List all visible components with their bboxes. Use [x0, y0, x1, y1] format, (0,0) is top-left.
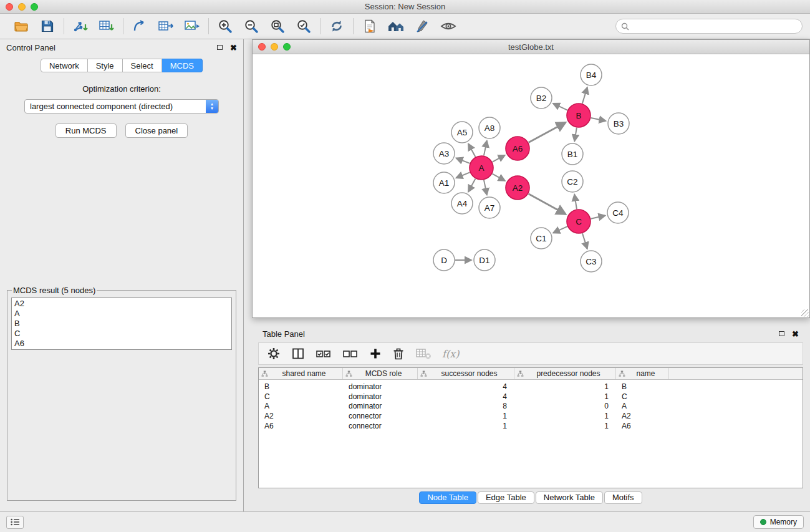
show-hide-icon[interactable]: [440, 17, 457, 35]
node-A7[interactable]: A7: [479, 197, 500, 218]
export-table-icon[interactable]: [157, 17, 175, 35]
node-B[interactable]: B: [567, 104, 591, 127]
node-B1[interactable]: B1: [562, 143, 583, 165]
table-row[interactable]: Adominator80A: [259, 402, 803, 412]
tab-network[interactable]: Network: [41, 59, 88, 72]
node-D1[interactable]: D1: [474, 249, 495, 271]
node-B3[interactable]: B3: [608, 113, 629, 134]
edge-C-C3[interactable]: [582, 233, 587, 249]
cell-name[interactable]: A2: [616, 412, 669, 420]
zoom-in-icon[interactable]: [216, 17, 234, 35]
edge-A-A4[interactable]: [468, 179, 475, 192]
table-row[interactable]: A6connector11A6: [259, 421, 803, 431]
result-item[interactable]: A6: [14, 339, 229, 349]
resize-grip[interactable]: [801, 309, 809, 317]
close-table-panel-icon[interactable]: ✖: [792, 330, 799, 338]
show-columns-icon[interactable]: [291, 347, 305, 360]
cell-mcds-role[interactable]: dominator: [343, 382, 418, 391]
cell-shared-name[interactable]: C: [259, 392, 343, 401]
edge-A6-B[interactable]: [529, 122, 566, 142]
cell-successor-nodes[interactable]: 4: [418, 382, 514, 391]
tab-node-table[interactable]: Node Table: [419, 491, 476, 504]
table-row[interactable]: Bdominator41B: [259, 382, 803, 392]
tab-network-table[interactable]: Network Table: [536, 491, 603, 504]
edge-B-B2[interactable]: [553, 104, 567, 110]
edge-B-B4[interactable]: [582, 87, 587, 104]
column-header-shared-name[interactable]: shared name: [259, 368, 343, 379]
result-item[interactable]: A2: [14, 299, 229, 309]
node-C2[interactable]: C2: [562, 171, 583, 192]
add-row-icon[interactable]: [369, 347, 382, 360]
tab-style[interactable]: Style: [88, 59, 123, 72]
column-header-name[interactable]: name: [616, 368, 669, 379]
edge-C-C2[interactable]: [574, 195, 577, 209]
node-C[interactable]: C: [567, 210, 591, 233]
edge-A-A3[interactable]: [456, 158, 470, 163]
node-C3[interactable]: C3: [581, 251, 602, 272]
delete-row-icon[interactable]: [392, 347, 405, 360]
cell-successor-nodes[interactable]: 1: [418, 412, 514, 420]
fx-button[interactable]: f(x): [442, 348, 459, 360]
cell-shared-name[interactable]: A6: [259, 422, 343, 430]
panel-selector-button[interactable]: [6, 516, 24, 529]
column-header-predecessor-nodes[interactable]: predecessor nodes: [514, 368, 616, 379]
edge-A-A1[interactable]: [456, 172, 470, 178]
column-header-successor-nodes[interactable]: successor nodes: [418, 368, 514, 379]
node-A8[interactable]: A8: [479, 117, 500, 138]
network-close-button[interactable]: [258, 43, 266, 51]
cell-predecessor-nodes[interactable]: 1: [514, 392, 616, 401]
network-minimize-button[interactable]: [271, 43, 278, 51]
annotation-pen-icon[interactable]: [413, 17, 431, 35]
table-row[interactable]: Cdominator41C: [259, 392, 803, 402]
cell-predecessor-nodes[interactable]: 1: [514, 382, 616, 391]
run-mcds-button[interactable]: Run MCDS: [55, 123, 117, 138]
save-session-icon[interactable]: [39, 17, 56, 35]
edge-A-A2[interactable]: [493, 174, 505, 181]
node-A6[interactable]: A6: [506, 137, 529, 160]
cell-predecessor-nodes[interactable]: 1: [514, 422, 616, 430]
cell-shared-name[interactable]: B: [259, 382, 343, 391]
node-A1[interactable]: A1: [433, 172, 455, 193]
minimize-window-button[interactable]: [18, 3, 26, 11]
import-network-icon[interactable]: [72, 17, 89, 35]
edge-A2-C[interactable]: [529, 194, 566, 215]
edge-B-B3[interactable]: [591, 118, 606, 121]
edge-A-A6[interactable]: [493, 155, 505, 162]
zoom-out-icon[interactable]: [243, 17, 260, 35]
float-panel-icon[interactable]: [217, 45, 223, 50]
cell-shared-name[interactable]: A2: [259, 412, 343, 420]
edge-C-C1[interactable]: [553, 226, 567, 233]
home-icon[interactable]: [387, 17, 405, 35]
node-A5[interactable]: A5: [451, 122, 473, 143]
cell-successor-nodes[interactable]: 4: [418, 392, 514, 401]
tab-motifs[interactable]: Motifs: [604, 491, 642, 504]
zoom-selected-icon[interactable]: [295, 17, 312, 35]
cell-predecessor-nodes[interactable]: 1: [514, 412, 616, 420]
zoom-window-button[interactable]: [31, 3, 38, 11]
cell-mcds-role[interactable]: dominator: [343, 402, 418, 410]
node-A4[interactable]: A4: [451, 193, 473, 214]
cell-name[interactable]: B: [616, 382, 669, 391]
node-C1[interactable]: C1: [531, 228, 552, 249]
node-D[interactable]: D: [433, 249, 455, 271]
cell-mcds-role[interactable]: connector: [343, 412, 418, 420]
deselect-all-icon[interactable]: [342, 347, 359, 360]
edge-B-B1[interactable]: [574, 128, 576, 142]
cell-mcds-role[interactable]: connector: [343, 422, 418, 430]
cell-successor-nodes[interactable]: 1: [418, 422, 514, 430]
tab-select[interactable]: Select: [123, 59, 162, 72]
tab-edge-table[interactable]: Edge Table: [478, 491, 534, 504]
result-item[interactable]: B: [14, 319, 229, 329]
column-header-mcds-role[interactable]: MCDS role: [343, 368, 418, 379]
cell-name[interactable]: C: [616, 392, 669, 401]
network-zoom-button[interactable]: [283, 43, 291, 51]
open-file-icon[interactable]: [12, 17, 30, 35]
zoom-fit-icon[interactable]: [269, 17, 286, 35]
cell-shared-name[interactable]: A: [259, 402, 343, 410]
cell-predecessor-nodes[interactable]: 0: [514, 402, 616, 410]
criterion-dropdown[interactable]: largest connected component (directed) ▲…: [24, 99, 219, 114]
export-image-icon[interactable]: [183, 17, 201, 35]
edge-A-A8[interactable]: [484, 141, 487, 156]
edge-A-A7[interactable]: [484, 180, 487, 195]
tab-mcds[interactable]: MCDS: [162, 59, 203, 72]
